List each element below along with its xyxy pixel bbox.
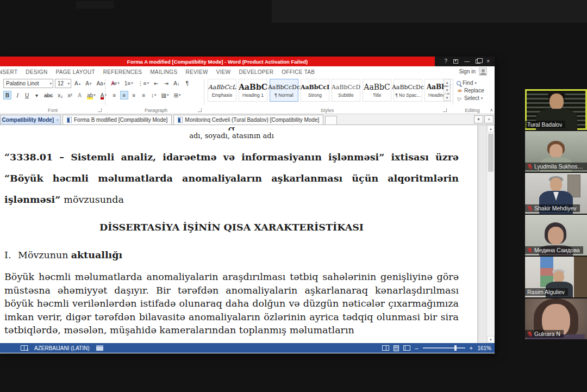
text-effects-button[interactable]: A xyxy=(76,91,84,99)
ribbon-tab-developer[interactable]: DEVELOPER xyxy=(239,68,273,75)
font-color-button[interactable]: A▾ xyxy=(99,91,108,99)
tab-list-dropdown-icon[interactable]: ▾ xyxy=(474,115,483,123)
style-subtitle[interactable]: AaBbCcDSubtitle xyxy=(332,79,360,102)
style-normal[interactable]: AaBbCcDc¶ Normal xyxy=(270,79,298,102)
ribbon-tab-view[interactable]: VIEW xyxy=(216,68,231,75)
document-tab-monitorinq-cedveli-tural-badalov-compatibility-mode[interactable]: Monitorinq Cedveli (Tural Badalov) [Comp… xyxy=(173,115,323,125)
editing-label: Find xyxy=(463,80,473,86)
zoom-slider-thumb[interactable] xyxy=(454,345,457,351)
clipped-line-fragment: g xyxy=(4,125,459,130)
vertical-scrollbar[interactable]: ▴ ▾ xyxy=(486,125,495,343)
grow-font-button[interactable]: A▴ xyxy=(73,79,82,88)
zoom-slider[interactable] xyxy=(423,347,465,349)
style-strong[interactable]: AaBbCcIStrong xyxy=(301,79,329,102)
ribbon-tab-office-tab[interactable]: OFFICE TAB xyxy=(282,68,315,75)
office-tab-icon[interactable] xyxy=(96,345,103,351)
show-formatting-marks-button[interactable]: ¶ xyxy=(183,79,191,88)
bullets-button[interactable]: •≡▾ xyxy=(110,79,121,88)
gallery-more-icon[interactable]: ▾ xyxy=(444,94,451,101)
line-spacing-button[interactable]: ↕▾ xyxy=(149,91,158,99)
document-tab-compatibility-mode[interactable]: Compatibility Mode]× xyxy=(0,115,61,125)
subscript-button[interactable]: x₂ xyxy=(56,91,64,99)
editing-group-label: Editing xyxy=(454,108,490,113)
web-layout-icon[interactable] xyxy=(403,345,410,351)
text-highlight-button[interactable]: ab▾ xyxy=(85,91,97,99)
scroll-down-icon[interactable]: ▾ xyxy=(487,336,495,343)
ribbon-tab-design[interactable]: DESIGN xyxy=(26,68,47,75)
print-layout-icon[interactable] xyxy=(394,345,399,351)
new-tab-stub[interactable] xyxy=(325,116,337,125)
scrollbar-thumb[interactable] xyxy=(488,134,494,172)
ribbon-tab-insert[interactable]: INSERT xyxy=(0,68,17,75)
shrink-font-button[interactable]: A▾ xyxy=(84,79,93,88)
styles-dialog-launcher-icon[interactable] xyxy=(443,108,447,112)
font-size-combobox[interactable]: 12 ▾ xyxy=(55,79,71,88)
editing-select[interactable]: Select▾ xyxy=(457,95,483,102)
participant-video-tural-badalov[interactable]: Tural Badalov xyxy=(525,89,587,130)
align-left-button[interactable]: ≡ xyxy=(110,91,118,99)
gallery-down-icon[interactable]: ▾ xyxy=(444,86,451,94)
document-page[interactable]: g adı, soyadı, atasının adı “3338.01 – S… xyxy=(0,125,477,343)
paragraph-dialog-launcher-icon[interactable] xyxy=(198,108,202,112)
justify-button[interactable]: ≡ xyxy=(140,91,148,99)
editing-label: Select xyxy=(464,95,479,101)
minimize-icon[interactable]: — xyxy=(464,59,470,64)
participant-video-gulnara-n[interactable]: Gulnara N xyxy=(525,298,587,339)
read-mode-icon[interactable] xyxy=(382,345,389,351)
borders-button[interactable]: ⊞▾ xyxy=(172,91,182,99)
font-name-combobox[interactable]: Palatino Linot ▾ xyxy=(3,79,53,88)
participant-name: Shakir Mehdiyev xyxy=(534,205,577,211)
underline-dropdown-icon[interactable]: ▾ xyxy=(33,91,41,99)
editing-find[interactable]: Find▾ xyxy=(457,79,477,86)
align-right-button[interactable]: ≡ xyxy=(130,91,138,99)
dropdown-icon: ▾ xyxy=(474,81,477,85)
gallery-up-icon[interactable]: ▴ xyxy=(444,79,451,86)
ribbon-tab-review[interactable]: REVIEW xyxy=(185,68,208,75)
ribbon-display-options-icon[interactable] xyxy=(453,59,458,64)
document-tab-forma-b-modified-compatibility-mode[interactable]: Forma B modified [Compatibility Mode] xyxy=(63,115,172,125)
name-caption: adı, soyadı, atasının adı xyxy=(4,132,459,140)
window-controls: ? — × xyxy=(435,57,495,66)
numbering-button[interactable]: 1≡▾ xyxy=(123,79,135,88)
multilevel-list-button[interactable]: ⋮≡▾ xyxy=(136,79,151,88)
participant-video-shakir-mehdiyev[interactable]: Shakir Mehdiyev xyxy=(525,173,587,214)
bold-button[interactable]: B xyxy=(3,91,11,99)
close-icon[interactable]: × xyxy=(486,59,490,64)
style-title[interactable]: AaBbCTitle xyxy=(363,79,391,102)
style-name: ¶ No Spac... xyxy=(395,92,421,98)
italic-button[interactable]: I xyxy=(13,91,21,99)
shading-button[interactable]: ▨▾ xyxy=(160,91,171,99)
zoom-out-icon[interactable]: – xyxy=(415,345,418,351)
account-avatar[interactable] xyxy=(479,67,487,76)
sort-button[interactable]: A↓ xyxy=(172,79,182,88)
increase-indent-button[interactable]: ⇥ xyxy=(162,79,170,88)
participant-video-lyudmila-sukhostat[interactable]: Lyudmila Sukhostat xyxy=(525,131,587,172)
close-tab-icon[interactable]: × xyxy=(56,117,59,123)
superscript-button[interactable]: x² xyxy=(66,91,74,99)
align-center-button[interactable]: ≡ xyxy=(120,91,128,99)
strikethrough-button[interactable]: abc xyxy=(42,91,54,99)
ribbon-tab-references[interactable]: REFERENCES xyxy=(103,68,142,75)
zoom-level[interactable]: 161% xyxy=(477,345,491,351)
scroll-up-icon[interactable]: ▴ xyxy=(487,125,495,132)
zoom-in-icon[interactable]: + xyxy=(470,345,473,351)
ribbon-tab-page-layout[interactable]: PAGE LAYOUT xyxy=(55,68,95,75)
participant-video-rasim-alguliev[interactable]: Rasim Alguliev xyxy=(525,257,587,297)
font-dialog-launcher-icon[interactable] xyxy=(98,108,102,112)
proofing-errors-icon[interactable] xyxy=(21,345,28,351)
style-no-spac[interactable]: AaBbCcDc¶ No Spac... xyxy=(394,79,422,102)
help-icon[interactable]: ? xyxy=(445,59,448,64)
participant-video-медина-саидова[interactable]: Медина Саидова xyxy=(525,215,587,256)
decrease-indent-button[interactable]: ⇤ xyxy=(152,79,160,88)
collapse-ribbon-icon[interactable]: ∧ xyxy=(490,108,493,113)
section-title-bold: aktuallığı xyxy=(71,250,122,260)
restore-icon[interactable] xyxy=(476,59,480,64)
sign-in[interactable]: Sign in xyxy=(459,67,487,76)
underline-button[interactable]: U xyxy=(23,91,31,99)
language-indicator[interactable]: AZERBAIJANI (LATIN) xyxy=(34,345,90,351)
style-emphasis[interactable]: AaBbCcLEmphasis xyxy=(208,79,236,102)
editing-replace[interactable]: Replace xyxy=(457,87,484,94)
style-heading-1[interactable]: AaBbCHeading 1 xyxy=(239,79,267,102)
ribbon-tab-mailings[interactable]: MAILINGS xyxy=(150,68,177,75)
tab-close-icon[interactable]: × xyxy=(484,115,494,123)
